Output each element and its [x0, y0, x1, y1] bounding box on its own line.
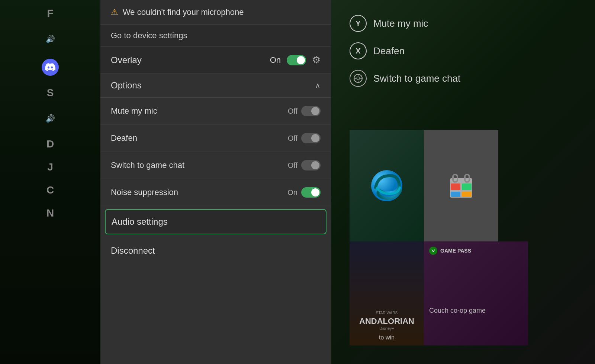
options-section: Options ∧ Mute my mic Off Deafen Off Swi… [100, 74, 331, 364]
game-chat-label: Switch to game chat [111, 160, 184, 170]
right-panel: Y Mute my mic X Deafen Switch to game ch… [331, 0, 595, 364]
gear-icon[interactable]: ⚙ [312, 54, 321, 66]
audio-settings-label: Audio settings [112, 217, 168, 227]
mute-mic-row: Mute my mic Off [100, 98, 331, 125]
overlay-label: Overlay [111, 55, 264, 65]
store-card [424, 130, 498, 241]
audio-settings-row[interactable]: Audio settings [105, 209, 327, 234]
sidebar-letter-c: C [41, 184, 60, 196]
mute-mic-right: Off [288, 106, 321, 116]
sidebar-letter-d: D [41, 138, 60, 150]
game-chat-row: Switch to game chat Off [100, 152, 331, 179]
mandalorian-card: STAR WARS ANDALORIAN Disney+ to win [350, 241, 424, 345]
noise-suppression-toggle[interactable] [301, 187, 321, 198]
deafen-status: Off [288, 134, 298, 143]
options-header[interactable]: Options ∧ [100, 74, 331, 98]
sidebar-letter-f: F [41, 7, 60, 19]
sidebar-letter-j: J [41, 161, 60, 173]
game-area [350, 130, 498, 241]
overlay-status: On [270, 55, 281, 65]
shortcut-deafen: X Deafen [350, 42, 576, 59]
volume-icon-2[interactable]: 🔊 [42, 110, 59, 127]
sidebar-letter-s: S [41, 87, 60, 99]
shortcut-label-game-chat: Switch to game chat [373, 73, 460, 84]
game-chat-status: Off [288, 161, 298, 170]
shortcut-game-chat: Switch to game chat [350, 70, 576, 87]
main-panel: ⚠ We couldn't find your microphone Go to… [100, 0, 331, 364]
volume-icon-1[interactable]: 🔊 [42, 30, 59, 48]
svg-rect-13 [462, 192, 472, 197]
shortcut-key-x: X [350, 42, 367, 59]
svg-point-1 [357, 77, 360, 80]
gamepass-label: GAME PASS [440, 248, 471, 254]
device-settings-link[interactable]: Go to device settings [100, 25, 331, 47]
couch-text: Couch co-op game [429, 307, 523, 315]
mute-mic-label: Mute my mic [111, 106, 157, 116]
disconnect-row[interactable]: Disconnect [100, 237, 331, 264]
game-chat-toggle[interactable] [301, 160, 321, 170]
deafen-right: Off [288, 133, 321, 143]
shortcut-label-deafen: Deafen [373, 45, 405, 57]
overlay-row: Overlay On ⚙ [100, 47, 331, 74]
store-icon [446, 171, 476, 201]
noise-suppression-row: Noise suppression On [100, 179, 331, 206]
options-title: Options [111, 80, 142, 91]
game-chat-right: Off [288, 160, 321, 170]
xbox-icon [429, 247, 437, 255]
sidebar-letter-n: N [41, 207, 60, 219]
bottom-game-area: STAR WARS ANDALORIAN Disney+ to win GAME… [350, 241, 528, 345]
shortcut-key-y: Y [350, 15, 367, 32]
warning-bar: ⚠ We couldn't find your microphone [100, 0, 331, 25]
noise-suppression-label: Noise suppression [111, 188, 178, 197]
mute-mic-status: Off [288, 107, 298, 116]
disconnect-label: Disconnect [111, 246, 155, 256]
shortcut-label-mute: Mute my mic [373, 18, 428, 29]
deafen-label: Deafen [111, 133, 137, 143]
mute-mic-toggle[interactable] [301, 106, 321, 116]
edge-icon [370, 169, 403, 202]
deafen-toggle[interactable] [301, 133, 321, 143]
svg-rect-10 [451, 183, 460, 190]
mandalorian-title: ANDALORIAN [359, 316, 414, 326]
edge-card [350, 130, 424, 241]
sidebar: F 🔊 S 🔊 D J C N [0, 0, 100, 364]
warning-icon: ⚠ [111, 7, 118, 17]
warning-text: We couldn't find your microphone [123, 7, 244, 17]
svg-rect-11 [462, 183, 472, 190]
shortcut-key-special [350, 70, 367, 87]
gamepass-card: GAME PASS Couch co-op game [424, 241, 528, 345]
shortcut-mute-mic: Y Mute my mic [350, 15, 576, 32]
deafen-row: Deafen Off [100, 125, 331, 152]
chevron-up-icon: ∧ [315, 81, 321, 90]
overlay-toggle[interactable] [287, 55, 306, 65]
noise-suppression-right: On [287, 187, 321, 198]
to-win-text: to win [379, 334, 395, 341]
svg-rect-12 [451, 192, 460, 197]
discord-icon[interactable] [42, 59, 59, 76]
noise-suppression-status: On [287, 188, 298, 197]
